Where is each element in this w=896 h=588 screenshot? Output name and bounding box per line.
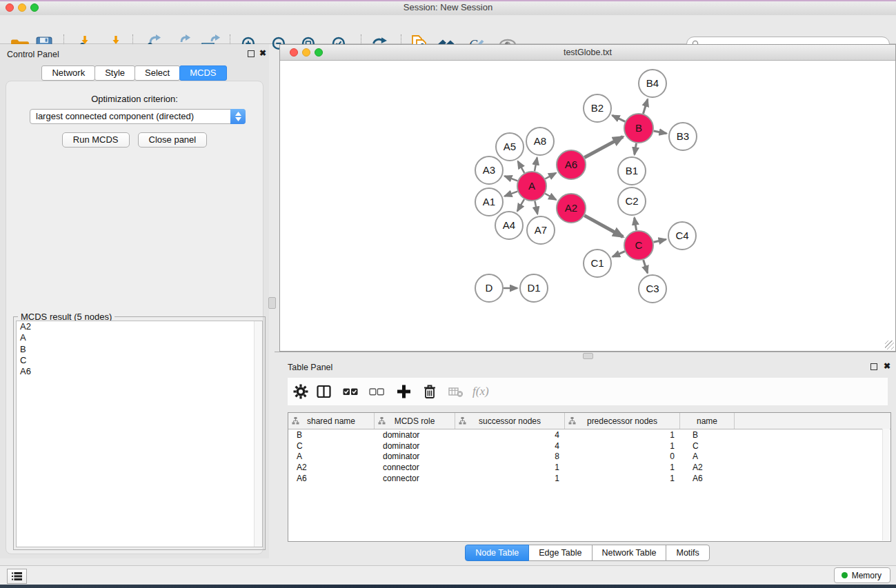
graph-node-B[interactable]: B bbox=[624, 114, 653, 143]
table-cell[interactable]: C bbox=[288, 441, 375, 451]
table-cell[interactable]: C bbox=[680, 441, 735, 451]
graph-edge-C-C3[interactable] bbox=[644, 260, 648, 273]
graph-node-A7[interactable]: A7 bbox=[527, 216, 555, 244]
mcds-result-item[interactable]: A6 bbox=[17, 366, 262, 377]
graph-edge-B-B3[interactable] bbox=[654, 131, 667, 134]
table-cell[interactable]: 8 bbox=[455, 452, 565, 461]
table-cell[interactable]: dominator bbox=[375, 441, 455, 451]
deselect-all-button[interactable] bbox=[369, 387, 384, 397]
graph-edge-A6-B[interactable] bbox=[584, 136, 623, 157]
table-panel-close-icon[interactable]: ✖ bbox=[884, 361, 890, 371]
graph-edge-A-A7[interactable] bbox=[535, 201, 537, 214]
graph-edge-A2-C[interactable] bbox=[584, 216, 623, 237]
graph-edge-C-C4[interactable] bbox=[653, 239, 666, 242]
graph-node-B1[interactable]: B1 bbox=[618, 157, 646, 185]
window-resize-grip[interactable] bbox=[885, 341, 894, 349]
graph-node-D1[interactable]: D1 bbox=[520, 274, 548, 302]
tab-edge-table[interactable]: Edge Table bbox=[528, 545, 592, 561]
network-window-titlebar[interactable]: testGlobe.txt bbox=[280, 45, 895, 61]
tab-node-table[interactable]: Node Table bbox=[465, 545, 529, 561]
graph-edge-B-B4[interactable] bbox=[643, 99, 647, 114]
tab-style[interactable]: Style bbox=[94, 65, 135, 81]
table-row[interactable]: Bdominator41B bbox=[288, 429, 890, 440]
graph-edge-C-C2[interactable] bbox=[635, 218, 637, 231]
graph-node-B3[interactable]: B3 bbox=[669, 123, 697, 150]
table-cell[interactable]: A bbox=[680, 452, 735, 461]
close-panel-button[interactable]: Close panel bbox=[138, 132, 208, 148]
mcds-result-item[interactable]: A2 bbox=[17, 321, 262, 332]
tab-network-table[interactable]: Network Table bbox=[592, 545, 667, 561]
table-cell[interactable]: 1 bbox=[565, 474, 680, 483]
column-visibility-button[interactable] bbox=[317, 385, 331, 398]
graph-node-C3[interactable]: C3 bbox=[639, 275, 666, 303]
mcds-result-item[interactable]: B bbox=[17, 344, 262, 355]
table-cell[interactable]: 0 bbox=[565, 452, 680, 461]
table-cell[interactable]: connector bbox=[375, 463, 455, 472]
table-scrollbar[interactable] bbox=[882, 429, 890, 540]
table-cell[interactable]: 1 bbox=[565, 430, 680, 440]
table-cell[interactable]: A6 bbox=[288, 474, 375, 483]
graph-node-A5[interactable]: A5 bbox=[496, 133, 524, 161]
graph-node-A3[interactable]: A3 bbox=[475, 156, 503, 184]
network-canvas-svg[interactable]: AA1A2A3A4A5A6A7A8BB1B2B3B4CC1C2C3C4DD1 bbox=[280, 61, 895, 351]
table-row[interactable]: Adominator80A bbox=[288, 451, 890, 462]
column-header-successor-nodes[interactable]: successor nodes bbox=[455, 413, 565, 429]
table-cell[interactable]: A2 bbox=[680, 463, 735, 472]
table-cell[interactable]: 4 bbox=[455, 430, 565, 440]
select-all-button[interactable] bbox=[343, 387, 358, 397]
graph-node-A2[interactable]: A2 bbox=[557, 194, 586, 223]
graph-edge-A-A3[interactable] bbox=[505, 176, 518, 181]
graph-node-A1[interactable]: A1 bbox=[475, 188, 503, 216]
graph-edge-B-B1[interactable] bbox=[635, 143, 637, 155]
delete-table-button[interactable] bbox=[448, 385, 464, 398]
table-panel-float-icon[interactable] bbox=[870, 363, 877, 370]
status-list-button[interactable] bbox=[7, 569, 27, 584]
graph-node-C4[interactable]: C4 bbox=[668, 222, 696, 250]
table-cell[interactable]: 4 bbox=[455, 441, 565, 451]
graph-node-D[interactable]: D bbox=[475, 274, 503, 302]
table-row[interactable]: A2connector11A2 bbox=[288, 462, 890, 473]
graph-edge-C-C1[interactable] bbox=[613, 252, 625, 257]
tab-select[interactable]: Select bbox=[135, 65, 180, 81]
tab-motifs[interactable]: Motifs bbox=[666, 545, 709, 561]
table-cell[interactable]: 1 bbox=[455, 463, 565, 472]
tab-network[interactable]: Network bbox=[41, 65, 95, 81]
criterion-select[interactable]: largest connected component (directed) bbox=[30, 109, 246, 124]
graph-node-A8[interactable]: A8 bbox=[526, 128, 554, 155]
graph-node-A4[interactable]: A4 bbox=[495, 212, 523, 239]
graph-edge-A-A8[interactable] bbox=[535, 158, 537, 172]
table-cell[interactable]: B bbox=[680, 430, 735, 440]
table-cell[interactable]: 1 bbox=[565, 463, 680, 472]
add-column-button[interactable] bbox=[397, 385, 411, 399]
mcds-result-item[interactable]: C bbox=[17, 355, 262, 366]
table-row[interactable]: Cdominator41C bbox=[288, 440, 890, 452]
result-list-scrollbar[interactable] bbox=[254, 321, 262, 547]
graph-node-B4[interactable]: B4 bbox=[639, 70, 666, 97]
mcds-result-item[interactable]: A bbox=[17, 332, 262, 343]
graph-node-A[interactable]: A bbox=[517, 172, 546, 201]
table-cell[interactable]: A2 bbox=[288, 463, 375, 472]
table-cell[interactable]: dominator bbox=[375, 430, 455, 440]
control-panel-float-icon[interactable] bbox=[248, 50, 255, 57]
graph-node-B2[interactable]: B2 bbox=[584, 94, 611, 122]
control-panel-close-icon[interactable]: ✖ bbox=[259, 48, 266, 58]
graph-edge-B-B2[interactable] bbox=[613, 115, 626, 121]
table-row[interactable]: A6connector11A6 bbox=[288, 473, 890, 484]
graph-node-C[interactable]: C bbox=[624, 231, 653, 260]
graph-edge-A-A6[interactable] bbox=[545, 173, 556, 179]
table-cell[interactable]: B bbox=[288, 430, 375, 440]
column-header-shared-name[interactable]: shared name bbox=[288, 413, 375, 429]
graph-edge-A-A4[interactable] bbox=[517, 199, 524, 211]
table-cell[interactable]: A6 bbox=[680, 474, 735, 483]
column-header-predecessor-nodes[interactable]: predecessor nodes bbox=[565, 413, 680, 429]
tab-mcds[interactable]: MCDS bbox=[179, 65, 226, 81]
table-cell[interactable]: A bbox=[288, 452, 375, 461]
memory-button[interactable]: Memory bbox=[834, 567, 890, 583]
table-cell[interactable]: 1 bbox=[565, 441, 680, 451]
graph-edge-A-A2[interactable] bbox=[545, 194, 556, 200]
column-header-name[interactable]: name bbox=[680, 413, 735, 429]
graph-edge-A-A5[interactable] bbox=[518, 161, 524, 173]
table-cell[interactable]: connector bbox=[375, 474, 455, 483]
graph-node-C1[interactable]: C1 bbox=[584, 250, 611, 277]
graph-node-C2[interactable]: C2 bbox=[618, 187, 646, 215]
